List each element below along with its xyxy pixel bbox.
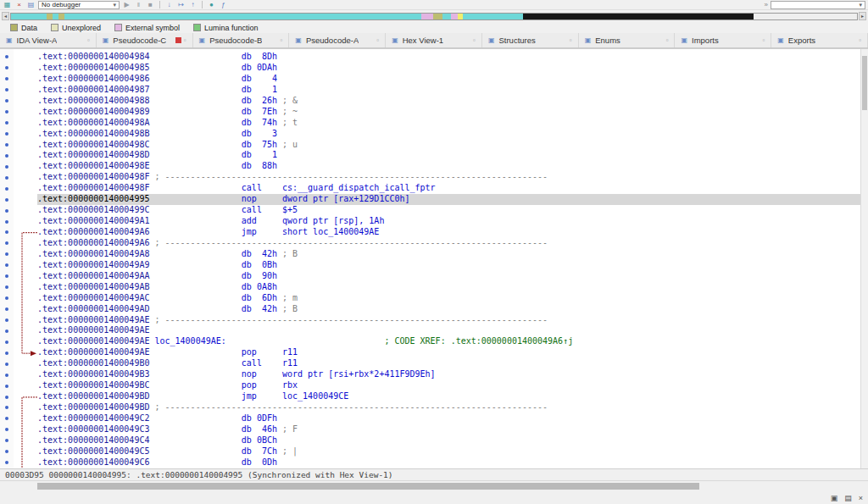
tab-menu-icon[interactable]: ▫ bbox=[570, 36, 572, 44]
listing-line[interactable]: .text:00000001400049C2 db 0DFh bbox=[37, 413, 860, 424]
tab-imports[interactable]: ▣Imports▫ bbox=[675, 33, 771, 47]
line-marker-dot-icon bbox=[5, 307, 8, 311]
listing-line[interactable]: .text:00000001400049BD jmp loc_1400049CE bbox=[37, 391, 860, 402]
float-panel-icon[interactable]: ▤ bbox=[844, 494, 852, 502]
step-over-icon[interactable]: ↦ bbox=[176, 0, 186, 9]
tab-menu-icon[interactable]: ▫ bbox=[87, 36, 90, 44]
run-until-return-icon[interactable]: ↑ bbox=[188, 0, 198, 9]
line-marker-dot-icon bbox=[5, 252, 8, 256]
listing-line[interactable]: .text:000000014000498D db 1 bbox=[37, 150, 860, 161]
step-into-icon[interactable]: ↓ bbox=[164, 0, 174, 9]
toolbar-icons-right: ▶‖■↓↦↑●ƒ bbox=[122, 0, 228, 9]
tab-menu-icon[interactable]: ▫ bbox=[184, 36, 186, 44]
listing-line[interactable]: .text:00000001400049A6 ; ---------------… bbox=[37, 238, 860, 249]
view-icon: ▣ bbox=[295, 36, 302, 44]
legend-item: Data bbox=[10, 24, 37, 32]
tab-menu-icon[interactable]: ▫ bbox=[859, 36, 861, 44]
listing-line[interactable]: .text:0000000140004984 db 8Dh bbox=[37, 52, 860, 63]
tab-menu-icon[interactable]: ▫ bbox=[762, 36, 765, 44]
tab-hex-view-1[interactable]: ▣Hex View-1▫ bbox=[386, 33, 482, 47]
listing-line[interactable]: .text:00000001400049C3 db 46h ; F bbox=[37, 424, 860, 435]
start-debug-icon[interactable]: ▶ bbox=[122, 0, 131, 9]
listing-lines[interactable]: .text:0000000140004984 db 8Dh.text:00000… bbox=[37, 49, 860, 468]
toolbar-overflow-icon[interactable]: » bbox=[765, 1, 768, 8]
listing-line[interactable]: .text:00000001400049C6 db 0Dh bbox=[37, 457, 860, 468]
listing-line[interactable]: .text:00000001400049B0 call r11 bbox=[37, 358, 860, 369]
vertical-scrollbar[interactable] bbox=[860, 49, 868, 468]
tab-menu-icon[interactable]: ▫ bbox=[666, 36, 669, 44]
horizontal-scrollbar[interactable] bbox=[0, 480, 868, 490]
line-marker-dot-icon bbox=[5, 406, 8, 409]
listing-line[interactable]: .text:0000000140004995 nop dword ptr [ra… bbox=[37, 194, 860, 205]
listing-line[interactable]: .text:00000001400049C5 db 7Ch ; | bbox=[37, 446, 860, 457]
graph-view-icon[interactable]: ▤ bbox=[26, 0, 36, 9]
tab-menu-icon[interactable]: ▫ bbox=[376, 36, 379, 44]
listing-line[interactable]: .text:0000000140004988 db 26h ; & bbox=[37, 96, 860, 107]
listing-line[interactable]: .text:00000001400049A1 add qword ptr [rs… bbox=[37, 216, 860, 227]
close-tab-icon[interactable] bbox=[175, 37, 181, 43]
listing-line[interactable]: .text:00000001400049A9 db 0Bh bbox=[37, 260, 860, 271]
close-database-icon[interactable]: × bbox=[14, 0, 24, 9]
pause-debug-icon[interactable]: ‖ bbox=[134, 0, 143, 9]
listing-line[interactable]: .text:00000001400049AE ; ---------------… bbox=[37, 315, 860, 326]
close-panel-icon[interactable]: × bbox=[859, 494, 863, 502]
listing-line[interactable]: .text:0000000140004986 db 4 bbox=[37, 74, 860, 85]
tab-menu-icon[interactable]: ▫ bbox=[473, 36, 476, 44]
vertical-scrollbar-thumb[interactable] bbox=[862, 56, 867, 110]
listing-line[interactable]: .text:000000014000498E db 88h bbox=[37, 161, 860, 172]
horizontal-scrollbar-thumb[interactable] bbox=[37, 483, 699, 490]
listing-line[interactable]: .text:0000000140004989 db 7Eh ; ~ bbox=[37, 107, 860, 118]
line-marker bbox=[0, 260, 14, 271]
listing-line[interactable]: .text:00000001400049AB db 0A8h bbox=[37, 282, 860, 293]
tab-pseudocode-c[interactable]: ▣Pseudocode-C▫ bbox=[97, 33, 193, 47]
line-marker bbox=[0, 74, 14, 85]
tab-exports[interactable]: ▣Exports▫ bbox=[771, 33, 868, 47]
listing-line[interactable]: .text:000000014000498F ; ---------------… bbox=[37, 172, 860, 183]
listing-line[interactable]: .text:000000014000499C call $+5 bbox=[37, 205, 860, 216]
navband-left-arrow-icon[interactable]: ◂ bbox=[2, 12, 9, 20]
listing-line[interactable]: .text:000000014000498A db 74h ; t bbox=[37, 118, 860, 129]
tab-enums[interactable]: ▣Enums▫ bbox=[579, 33, 676, 47]
listing-line[interactable]: .text:000000014000498B db 3 bbox=[37, 129, 860, 140]
line-marker bbox=[0, 315, 14, 326]
line-marker bbox=[0, 271, 14, 282]
listing-line[interactable]: .text:000000014000498F call cs:__guard_d… bbox=[37, 183, 860, 194]
status-text: 00003D95 0000000140004995: .text:0000000… bbox=[5, 470, 393, 479]
listing-line[interactable]: .text:00000001400049B3 nop word ptr [rsi… bbox=[37, 369, 860, 380]
toolbar-search-box[interactable]: ▾ bbox=[771, 1, 865, 9]
listing-line[interactable]: .text:00000001400049C4 db 0BCh bbox=[37, 435, 860, 446]
tab-pseudocode-b[interactable]: ▣Pseudocode-B▫ bbox=[193, 33, 290, 47]
listing-line[interactable]: .text:00000001400049AD db 42h ; B bbox=[37, 304, 860, 315]
line-marker bbox=[0, 282, 14, 293]
stop-debug-icon[interactable]: ■ bbox=[146, 0, 155, 9]
navband-right-arrow-icon[interactable]: ▸ bbox=[859, 12, 866, 20]
listing-line[interactable]: .text:00000001400049AE bbox=[37, 325, 860, 336]
navband-segment bbox=[433, 14, 442, 19]
listing-line[interactable]: .text:000000014000498C db 75h ; u bbox=[37, 140, 860, 151]
line-marker bbox=[0, 172, 14, 183]
line-marker bbox=[0, 183, 14, 194]
breakpoint-list-icon[interactable]: ● bbox=[207, 0, 216, 9]
listing-line[interactable]: .text:00000001400049AE pop r11 bbox=[37, 347, 860, 358]
listing-line[interactable]: .text:00000001400049AE loc_1400049AE: ; … bbox=[37, 336, 860, 347]
navigation-band[interactable] bbox=[10, 13, 858, 20]
line-marker-dot-icon bbox=[5, 330, 8, 333]
debugger-selector[interactable]: No debugger ▾ bbox=[38, 1, 120, 9]
function-list-icon[interactable]: ƒ bbox=[219, 0, 228, 9]
tab-pseudocode-a[interactable]: ▣Pseudocode-A▫ bbox=[289, 33, 386, 47]
windows-list-icon[interactable]: ▦ bbox=[3, 0, 12, 9]
listing-line[interactable]: .text:00000001400049BC pop rbx bbox=[37, 380, 860, 391]
tab-menu-icon[interactable]: ▫ bbox=[281, 36, 283, 44]
listing-line[interactable]: .text:0000000140004985 db 0DAh bbox=[37, 63, 860, 74]
dock-panel-icon[interactable]: ▣ bbox=[831, 494, 838, 502]
listing-line[interactable]: .text:00000001400049BD ; ---------------… bbox=[37, 402, 860, 413]
listing-line[interactable]: .text:00000001400049AC db 6Dh ; m bbox=[37, 293, 860, 304]
tab-ida-view-a[interactable]: ▣IDA View-A▫ bbox=[0, 33, 97, 47]
navband-segment bbox=[421, 14, 433, 19]
listing-line[interactable]: .text:00000001400049A6 jmp short loc_140… bbox=[37, 227, 860, 238]
listing-line[interactable]: .text:0000000140004987 db 1 bbox=[37, 85, 860, 96]
tab-label: Pseudocode-B bbox=[209, 36, 262, 45]
tab-structures[interactable]: ▣Structures▫ bbox=[482, 33, 579, 47]
listing-line[interactable]: .text:00000001400049A8 db 42h ; B bbox=[37, 249, 860, 260]
listing-line[interactable]: .text:00000001400049AA db 90h bbox=[37, 271, 860, 282]
